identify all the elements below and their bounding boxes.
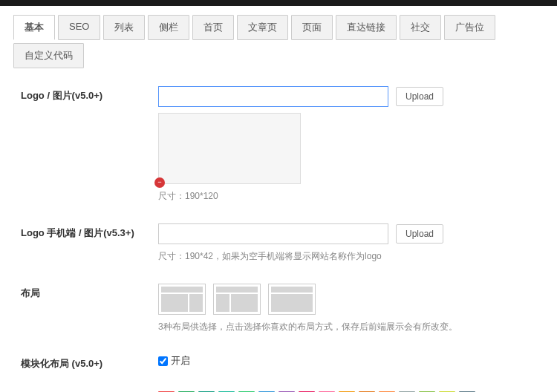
row-logo-mobile: Logo 手机端 / 图片(v5.3+) Upload 尺寸：190*42，如果… <box>13 223 544 263</box>
tab-ads[interactable]: 广告位 <box>444 15 495 40</box>
tab-custom-code[interactable]: 自定义代码 <box>13 43 84 68</box>
tab-home[interactable]: 首页 <box>192 15 234 40</box>
modular-checkbox[interactable] <box>158 356 168 366</box>
tab-sidebar[interactable]: 侧栏 <box>148 15 189 40</box>
tab-page[interactable]: 页面 <box>291 15 333 40</box>
layout-hint: 3种布局供选择，点击选择你喜欢的布局方式，保存后前端展示会有所改变。 <box>158 321 544 333</box>
tab-direct-link[interactable]: 直达链接 <box>336 15 397 40</box>
modular-checkbox-label: 开启 <box>171 354 190 368</box>
logo-preview: − <box>158 113 301 184</box>
row-logo: Logo / 图片(v5.0+) Upload − 尺寸：190*120 <box>13 86 544 203</box>
tab-seo[interactable]: SEO <box>58 15 100 40</box>
tab-list[interactable]: 列表 <box>103 15 145 40</box>
logo-mobile-hint: 尺寸：190*42，如果为空手机端将显示网站名称作为logo <box>158 250 544 263</box>
layout-option-2[interactable] <box>213 284 261 315</box>
admin-topbar <box>0 0 557 6</box>
remove-icon[interactable]: − <box>154 177 165 188</box>
logo-mobile-upload-button[interactable]: Upload <box>396 224 443 244</box>
modular-checkbox-wrap[interactable]: 开启 <box>158 354 544 368</box>
logo-upload-button[interactable]: Upload <box>396 87 443 106</box>
logo-hint: 尺寸：190*120 <box>158 190 544 203</box>
tab-basic[interactable]: 基本 <box>13 15 55 40</box>
tab-social[interactable]: 社交 <box>400 15 441 40</box>
tabs-nav: 基本 SEO 列表 侧栏 首页 文章页 页面 直达链接 社交 广告位 自定义代码 <box>13 15 544 68</box>
logo-mobile-label: Logo 手机端 / 图片(v5.3+) <box>21 223 158 240</box>
settings-panel: 基本 SEO 列表 侧栏 首页 文章页 页面 直达链接 社交 广告位 自定义代码… <box>0 6 557 392</box>
row-modular: 模块化布局 (v5.0+) 开启 <box>13 354 544 370</box>
layout-option-1[interactable] <box>158 284 206 315</box>
logo-input[interactable] <box>158 86 388 107</box>
layout-label: 布局 <box>21 284 158 300</box>
logo-mobile-input[interactable] <box>158 223 388 244</box>
logo-label: Logo / 图片(v5.0+) <box>21 86 158 102</box>
tab-post[interactable]: 文章页 <box>237 15 288 40</box>
row-layout: 布局 3种布局供选择，点击选择你喜欢的布局方式，保存后前端展示会有所改变。 <box>13 284 544 333</box>
layout-option-3[interactable] <box>268 284 316 315</box>
modular-label: 模块化布局 (v5.0+) <box>21 354 158 370</box>
